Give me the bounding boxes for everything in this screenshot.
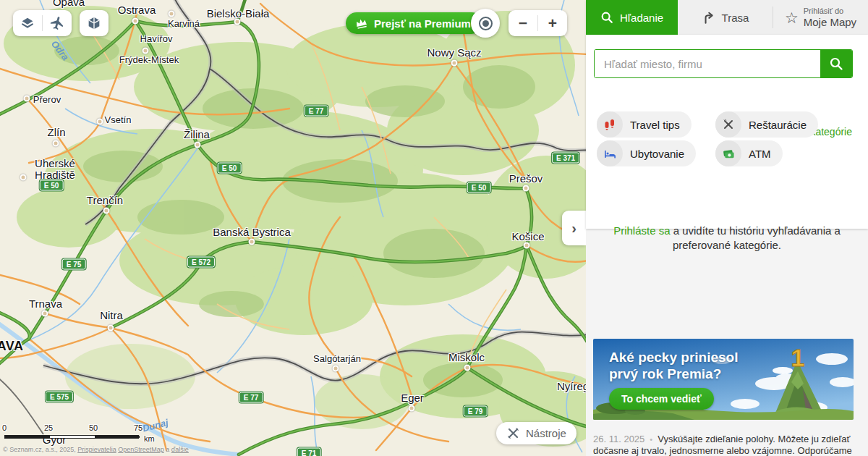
category-restaurants[interactable]: Reštaurácie — [715, 111, 818, 138]
road-shield: E 50 — [40, 180, 64, 191]
road-shield: E 50 — [218, 163, 242, 174]
cube-3d-icon — [86, 15, 102, 31]
city-dot — [108, 325, 114, 332]
tab-login-my-maps[interactable]: ☆ Prihlásiť do Moje Mapy — [773, 0, 868, 35]
signin-text: a uvidíte tu históriu vyhľadávania a pre… — [671, 224, 841, 251]
copyright-link-contributors[interactable]: Prispievatelia — [77, 446, 116, 453]
banknote-icon — [715, 140, 741, 166]
star-icon: ☆ — [785, 10, 799, 25]
search-submit-button[interactable] — [820, 50, 852, 77]
bed-icon — [597, 140, 623, 166]
search-icon — [600, 11, 613, 24]
road-shield: E 572 — [187, 257, 215, 268]
road-shield: E 77 — [305, 106, 328, 117]
city-dot — [451, 60, 458, 67]
map-view-controls — [13, 10, 72, 36]
city-dot — [132, 18, 139, 25]
category-travel-tips[interactable]: Travel tips — [597, 111, 692, 138]
copyright-text: © Seznam.cz, a.s., 2025, — [3, 446, 77, 453]
layers-icon — [20, 15, 35, 31]
sidebar-tabbar: Hľadanie Trasa ☆ Prihlásiť do Moje Mapy — [586, 0, 868, 35]
city-dot — [464, 365, 471, 371]
tab-login-small-label: Prihlásiť do — [804, 7, 856, 16]
road-shield: E 50 — [467, 182, 491, 193]
category-label: Travel tips — [630, 119, 680, 131]
city-dot — [169, 11, 175, 17]
map-viewport[interactable]: OpavaOstravaKarvináBielsko-BiałaHavířovF… — [0, 0, 586, 456]
category-atm[interactable]: ATM — [715, 140, 783, 166]
sidebar-collapse-handle[interactable]: › — [562, 211, 586, 245]
city-dot — [234, 19, 241, 25]
city-dot — [42, 311, 48, 317]
road-shield: E 575 — [46, 392, 73, 402]
mapy-app-window: OpavaOstravaKarvináBielsko-BiałaHavířovF… — [0, 0, 868, 456]
city-dot — [20, 174, 27, 181]
chevron-right-icon: › — [571, 220, 576, 237]
city-dot — [53, 140, 59, 147]
city-dot — [195, 142, 201, 148]
banner-cta-button[interactable]: To chcem vedieť — [609, 388, 714, 410]
city-dot — [523, 185, 529, 192]
signin-note: Prihláste sa a uvidíte tu históriu vyhľa… — [608, 224, 846, 253]
road-shield: E 79 — [464, 406, 488, 417]
road-shield: E 71 — [297, 448, 321, 456]
tab-route[interactable]: Trasa — [678, 0, 773, 35]
category-label: Reštaurácie — [749, 119, 807, 131]
city-dot — [142, 48, 149, 54]
plane-icon — [49, 15, 65, 31]
tools-button-label: Nástroje — [526, 427, 566, 439]
city-dot — [409, 405, 415, 412]
category-accommodation[interactable]: Ubytovanie — [597, 140, 696, 166]
layers-button[interactable] — [13, 10, 42, 36]
city-dot — [24, 96, 30, 102]
tab-search[interactable]: Hľadanie — [586, 0, 678, 35]
category-label: Ubytovanie — [630, 148, 684, 160]
category-label: ATM — [749, 148, 771, 160]
zoom-in-button[interactable]: + — [538, 10, 567, 36]
banner-title: Aké pecky priniesol prvý rok Premia? — [609, 349, 738, 382]
road-shield: E 371 — [552, 153, 579, 164]
road-shield: E 75 — [62, 259, 86, 270]
copyright-link-osm[interactable]: OpenStreetMap — [118, 446, 164, 453]
copyright-link-others[interactable]: ďalšie — [171, 446, 189, 453]
tools-button[interactable]: Nástroje — [496, 422, 576, 444]
map-canvas — [0, 0, 586, 456]
search-panel: Kategória Ďalšie kategórie Travel tips — [586, 35, 868, 229]
signin-link[interactable]: Prihláste sa — [613, 224, 670, 237]
news-item[interactable]: 26. 11. 2025•Vyskúšajte zdieľanie polohy… — [593, 434, 856, 456]
tab-search-label: Hľadanie — [620, 12, 663, 24]
flights-button[interactable] — [43, 10, 72, 36]
view-3d-button[interactable] — [80, 10, 109, 36]
tab-route-label: Trasa — [722, 12, 749, 24]
footprints-icon — [597, 111, 623, 138]
search-input[interactable] — [595, 50, 820, 77]
cutlery-icon — [715, 111, 741, 138]
premium-button[interactable]: Prejsť na Premium — [346, 12, 482, 34]
city-dot — [97, 119, 103, 125]
news-separator-dot: • — [650, 435, 652, 444]
news-date: 26. 11. 2025 — [593, 434, 644, 444]
tab-login-big-label: Moje Mapy — [804, 16, 856, 28]
tools-icon — [506, 426, 520, 440]
search-icon — [829, 56, 843, 71]
zoom-controls: − + — [509, 10, 567, 36]
city-dot — [333, 366, 339, 372]
crown-icon — [354, 17, 368, 30]
city-dot — [103, 208, 110, 214]
city-dot — [249, 239, 255, 245]
zoom-out-button[interactable]: − — [509, 10, 537, 36]
road-shield: E 77 — [239, 392, 263, 403]
copyright-text: a — [164, 446, 171, 453]
city-dot — [524, 242, 530, 249]
premium-promo-banner[interactable]: 1 Aké pecky priniesol prvý rok Premia? T… — [593, 339, 854, 420]
svg-text:1: 1 — [791, 344, 805, 371]
map-copyright: © Seznam.cz, a.s., 2025, Prispievatelia … — [3, 446, 189, 453]
locate-icon — [479, 17, 493, 30]
premium-button-label: Prejsť na Premium — [374, 17, 471, 30]
locate-me-button[interactable] — [471, 9, 500, 38]
search-box — [594, 49, 853, 78]
sidebar: Hľadanie Trasa ☆ Prihlásiť do Moje Mapy — [586, 0, 868, 456]
route-icon — [702, 11, 715, 25]
